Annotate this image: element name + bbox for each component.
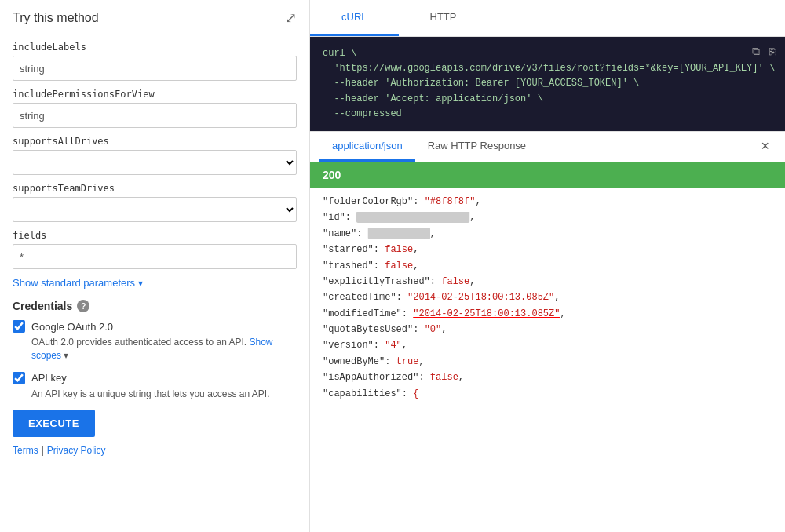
field-select-supportsTeamDrives[interactable]: truefalse: [13, 197, 297, 222]
json-line: "folderColorRgb": "#8f8f8f",: [323, 194, 772, 210]
close-response-button[interactable]: ×: [754, 135, 776, 158]
panel-title: Try this method: [13, 11, 99, 25]
show-standard-label: Show standard parameters: [13, 277, 135, 289]
tab-curl[interactable]: cURL: [310, 0, 399, 36]
field-group-supportsTeamDrives: supportsTeamDrivestruefalse: [13, 183, 297, 222]
expand-icon[interactable]: ⤢: [285, 9, 297, 27]
curl-code-block: ⧉ ⎘ curl \ 'https://www.googleapis.com/d…: [310, 37, 785, 131]
field-group-includePermissionsForView: includePermissionsForView: [13, 89, 297, 128]
field-group-includeLabels: includeLabels: [13, 42, 297, 81]
right-panel: cURL HTTP ⧉ ⎘ curl \ 'https://www.google…: [310, 0, 785, 532]
credential-row-google_oauth: Google OAuth 2.0: [13, 320, 297, 333]
json-line: "starred": false,: [323, 242, 772, 257]
credential-checkbox-api_key[interactable]: [13, 372, 25, 384]
json-line: "id": ████████████████████,: [323, 210, 772, 225]
footer-links: Terms | Privacy Policy: [13, 445, 297, 456]
json-line: "quotaBytesUsed": "0",: [323, 322, 772, 337]
left-panel: Try this method ⤢ includeLabelsincludePe…: [0, 0, 310, 532]
curl-line: curl \: [323, 46, 772, 61]
field-input-includeLabels[interactable]: [13, 56, 297, 81]
json-line: "capabilities": {: [323, 386, 772, 402]
field-select-supportsAllDrives[interactable]: truefalse: [13, 150, 297, 175]
field-input-includePermissionsForView[interactable]: [13, 103, 297, 128]
curl-code-lines: curl \ 'https://www.googleapis.com/drive…: [323, 46, 772, 122]
field-group-supportsAllDrives: supportsAllDrivestruefalse: [13, 136, 297, 175]
footer-separator: |: [42, 445, 44, 456]
json-line: "explicitlyTrashed": false,: [323, 274, 772, 290]
status-code: 200: [323, 169, 341, 181]
json-line: "modifiedTime": "2014-02-25T18:00:13.085…: [323, 306, 772, 322]
json-line: "isAppAuthorized": false,: [323, 370, 772, 385]
credential-description-google_oauth: OAuth 2.0 provides authenticated access …: [31, 336, 297, 363]
field-label-fields: fields: [13, 230, 297, 241]
json-line: "version": "4",: [323, 337, 772, 353]
json-line: "createdTime": "2014-02-25T18:00:13.085Z…: [323, 290, 772, 305]
curl-line: --header 'Accept: application/json' \: [323, 92, 772, 107]
tab-application-json[interactable]: application/json: [319, 132, 415, 162]
curl-line: --compressed: [323, 107, 772, 122]
credentials-help-icon[interactable]: ?: [77, 300, 89, 312]
credential-checkbox-google_oauth[interactable]: [13, 320, 25, 333]
curl-tabs: cURL HTTP: [310, 0, 785, 37]
response-body[interactable]: "folderColorRgb": "#8f8f8f","id": ██████…: [310, 188, 785, 532]
curl-line: --header 'Authorization: Bearer [YOUR_AC…: [323, 76, 772, 91]
left-scroll: includeLabelsincludePermissionsForViewsu…: [0, 35, 309, 532]
response-section: application/json Raw HTTP Response × 200…: [310, 131, 785, 532]
copy-button[interactable]: ⎘: [766, 43, 779, 60]
copy-numbered-button[interactable]: ⧉: [749, 43, 763, 60]
credentials-header: Credentials ?: [13, 300, 297, 312]
credentials-title: Credentials: [13, 300, 72, 312]
show-standard-parameters[interactable]: Show standard parameters ▾: [13, 277, 297, 289]
panel-header: Try this method ⤢: [0, 0, 309, 35]
field-input-fields[interactable]: [13, 244, 297, 269]
show-scopes-arrow-icon: ▾: [61, 350, 68, 361]
field-label-includePermissionsForView: includePermissionsForView: [13, 89, 297, 100]
credentials-section: Credentials ? Google OAuth 2.0OAuth 2.0 …: [13, 300, 297, 400]
chevron-down-icon: ▾: [138, 278, 143, 289]
json-line: "trashed": false,: [323, 258, 772, 274]
field-label-supportsTeamDrives: supportsTeamDrives: [13, 183, 297, 194]
credential-label-api_key: API key: [31, 372, 67, 384]
json-line: "ownedByMe": true,: [323, 354, 772, 370]
field-group-fields: fields: [13, 230, 297, 269]
curl-line: 'https://www.googleapis.com/drive/v3/fil…: [323, 61, 772, 76]
credential-description-api_key: An API key is a unique string that lets …: [31, 388, 297, 401]
privacy-link[interactable]: Privacy Policy: [47, 445, 106, 456]
field-label-supportsAllDrives: supportsAllDrives: [13, 136, 297, 147]
tab-http[interactable]: HTTP: [399, 0, 488, 36]
terms-link[interactable]: Terms: [13, 445, 38, 456]
tab-raw-http[interactable]: Raw HTTP Response: [415, 132, 539, 162]
credential-label-google_oauth: Google OAuth 2.0: [31, 321, 113, 333]
fields-container: includeLabelsincludePermissionsForViewsu…: [13, 42, 297, 269]
response-tabs: application/json Raw HTTP Response ×: [310, 132, 785, 162]
json-lines: "folderColorRgb": "#8f8f8f","id": ██████…: [323, 194, 772, 402]
execute-button[interactable]: EXECUTE: [13, 410, 95, 437]
json-line: "name": ██ ████████,: [323, 226, 772, 242]
credentials-container: Google OAuth 2.0OAuth 2.0 provides authe…: [13, 320, 297, 400]
credential-row-api_key: API key: [13, 372, 297, 384]
status-bar: 200: [310, 162, 785, 188]
code-actions: ⧉ ⎘: [749, 43, 779, 60]
field-label-includeLabels: includeLabels: [13, 42, 297, 53]
